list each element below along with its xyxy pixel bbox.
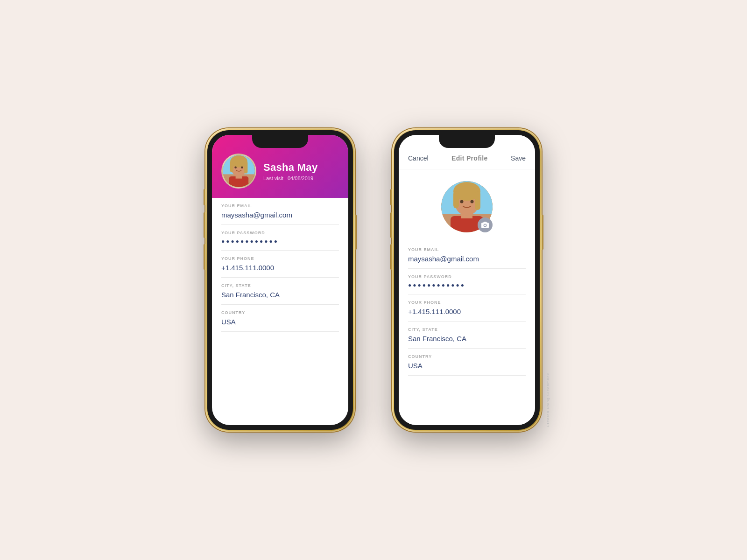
email-value[interactable]: maysasha@gmail.com xyxy=(221,211,339,219)
notch xyxy=(252,135,308,148)
edit-password-value[interactable]: ●●●●●●●●●●●● xyxy=(408,282,526,288)
edit-phone-field-group: YOUR PHONE +1.415.111.0000 xyxy=(408,294,526,322)
volume-up-button xyxy=(204,212,205,238)
edit-avatar-container[interactable] xyxy=(441,181,493,232)
country-label: COUNTRY xyxy=(221,310,339,315)
edit-password-field-group: YOUR PASSWORD ●●●●●●●●●●●● xyxy=(408,269,526,294)
edit-email-label: YOUR EMAIL xyxy=(408,247,526,252)
password-field-group: YOUR PASSWORD ●●●●●●●●●●●● xyxy=(221,225,339,251)
screen2-content: Cancel Edit Profile Save xyxy=(399,135,535,425)
phone-field-group: YOUR PHONE +1.415.111.0000 xyxy=(221,251,339,278)
edit-form-section: YOUR EMAIL maysasha@gmail.com YOUR PASSW… xyxy=(399,242,535,376)
phone2-volume-up-button xyxy=(390,212,392,238)
phone-2-screen: Cancel Edit Profile Save xyxy=(399,135,535,425)
city-value[interactable]: San Francisco, CA xyxy=(221,291,339,299)
edit-city-label: CITY, STATE xyxy=(408,327,526,332)
power-button xyxy=(355,215,357,250)
edit-email-field-group: YOUR EMAIL maysasha@gmail.com xyxy=(408,242,526,269)
country-field-group: COUNTRY USA xyxy=(221,305,339,332)
edit-avatar-section xyxy=(399,169,535,242)
save-button[interactable]: Save xyxy=(511,154,526,162)
last-visit-date: 04/08/2019 xyxy=(288,175,313,181)
edit-country-label: COUNTRY xyxy=(408,354,526,359)
phone2-notch xyxy=(439,135,495,148)
phone-label: YOUR PHONE xyxy=(221,256,339,261)
form-section-1: YOUR EMAIL maysasha@gmail.com YOUR PASSW… xyxy=(212,198,348,332)
edit-email-value[interactable]: maysasha@gmail.com xyxy=(408,255,526,263)
phone-1-inner: Sasha May Last visit 04/08/2019 YOUR EMA… xyxy=(207,130,353,430)
edit-city-value[interactable]: San Francisco, CA xyxy=(408,335,526,343)
edit-phone-value[interactable]: +1.415.111.0000 xyxy=(408,308,526,315)
svg-rect-18 xyxy=(453,191,459,208)
camera-icon[interactable] xyxy=(478,217,493,232)
watermark: Created Using Cleanmock xyxy=(546,373,550,427)
phone-1-frame: Sasha May Last visit 04/08/2019 YOUR EMA… xyxy=(205,128,355,432)
svg-rect-8 xyxy=(244,161,247,174)
svg-point-9 xyxy=(234,166,237,168)
phone-1: Sasha May Last visit 04/08/2019 YOUR EMA… xyxy=(205,128,355,432)
email-field-group: YOUR EMAIL maysasha@gmail.com xyxy=(221,198,339,225)
edit-country-value[interactable]: USA xyxy=(408,362,526,370)
edit-profile-title: Edit Profile xyxy=(451,154,488,162)
country-value[interactable]: USA xyxy=(221,318,339,326)
svg-point-20 xyxy=(460,200,464,203)
cancel-button[interactable]: Cancel xyxy=(408,154,429,162)
edit-country-field-group: COUNTRY USA xyxy=(408,349,526,376)
email-label: YOUR EMAIL xyxy=(221,203,339,208)
phone-2: Cancel Edit Profile Save xyxy=(392,128,542,432)
phone-value[interactable]: +1.415.111.0000 xyxy=(221,264,339,272)
profile-visit: Last visit 04/08/2019 xyxy=(263,175,317,181)
city-field-group: CITY, STATE San Francisco, CA xyxy=(221,278,339,305)
password-label: YOUR PASSWORD xyxy=(221,231,339,235)
password-value[interactable]: ●●●●●●●●●●●● xyxy=(221,238,339,245)
city-label: CITY, STATE xyxy=(221,283,339,288)
svg-point-22 xyxy=(484,224,486,226)
edit-city-field-group: CITY, STATE San Francisco, CA xyxy=(408,322,526,349)
phone-1-screen: Sasha May Last visit 04/08/2019 YOUR EMA… xyxy=(212,135,348,425)
phone2-mute-button xyxy=(390,189,392,205)
svg-point-21 xyxy=(471,200,474,203)
avatar xyxy=(221,154,256,189)
edit-password-label: YOUR PASSWORD xyxy=(408,274,526,279)
volume-down-button xyxy=(204,244,205,270)
phone2-volume-down-button xyxy=(390,244,392,270)
phone-2-inner: Cancel Edit Profile Save xyxy=(394,130,540,430)
svg-rect-7 xyxy=(230,161,233,172)
edit-phone-label: YOUR PHONE xyxy=(408,300,526,305)
mute-button xyxy=(204,189,205,205)
last-visit-label: Last visit xyxy=(263,175,283,181)
phone-2-frame: Cancel Edit Profile Save xyxy=(392,128,542,432)
phone2-power-button xyxy=(542,215,543,250)
svg-rect-19 xyxy=(475,191,480,210)
profile-name: Sasha May xyxy=(263,161,317,174)
profile-info: Sasha May Last visit 04/08/2019 xyxy=(263,161,317,181)
svg-point-10 xyxy=(241,166,243,168)
screen1-content: Sasha May Last visit 04/08/2019 YOUR EMA… xyxy=(212,135,348,425)
